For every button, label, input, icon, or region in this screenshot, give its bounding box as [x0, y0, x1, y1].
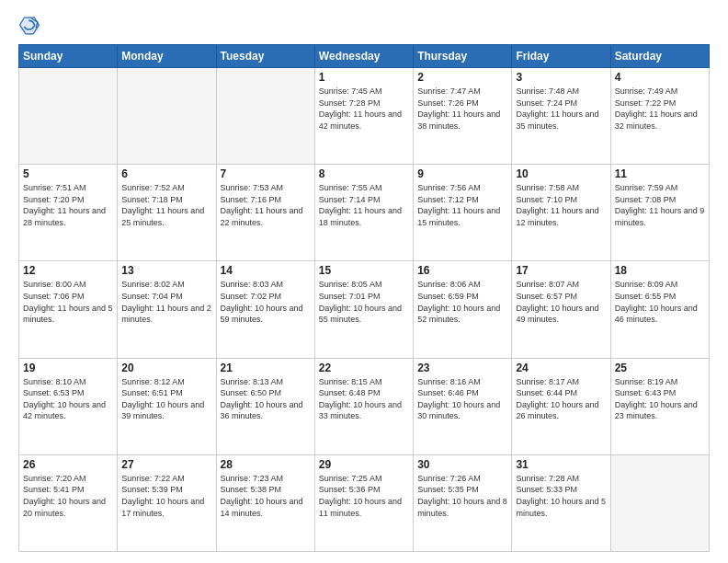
weekday-row: SundayMondayTuesdayWednesdayThursdayFrid…: [19, 45, 710, 68]
calendar-cell: 28Sunrise: 7:23 AM Sunset: 5:38 PM Dayli…: [216, 454, 314, 551]
day-number: 21: [221, 362, 311, 374]
weekday-header: Tuesday: [216, 45, 314, 68]
day-info: Sunrise: 8:19 AM Sunset: 6:43 PM Dayligh…: [615, 376, 705, 422]
calendar-cell: 12Sunrise: 8:00 AM Sunset: 7:06 PM Dayli…: [19, 261, 118, 358]
day-info: Sunrise: 8:03 AM Sunset: 7:02 PM Dayligh…: [221, 279, 311, 325]
day-info: Sunrise: 7:47 AM Sunset: 7:26 PM Dayligh…: [417, 86, 507, 132]
day-number: 16: [417, 264, 507, 277]
page: SundayMondayTuesdayWednesdayThursdayFrid…: [0, 0, 728, 563]
day-number: 22: [319, 362, 409, 374]
calendar-cell: [610, 454, 709, 551]
day-info: Sunrise: 7:51 AM Sunset: 7:20 PM Dayligh…: [23, 182, 113, 228]
day-info: Sunrise: 7:48 AM Sunset: 7:24 PM Dayligh…: [516, 86, 606, 132]
calendar-week-row: 1Sunrise: 7:45 AM Sunset: 7:28 PM Daylig…: [19, 68, 710, 165]
day-number: 24: [516, 362, 606, 374]
day-info: Sunrise: 8:12 AM Sunset: 6:51 PM Dayligh…: [121, 376, 211, 422]
day-info: Sunrise: 7:49 AM Sunset: 7:22 PM Dayligh…: [615, 86, 705, 132]
day-number: 31: [516, 458, 606, 471]
calendar-cell: 19Sunrise: 8:10 AM Sunset: 6:53 PM Dayli…: [19, 358, 118, 454]
day-number: 4: [615, 71, 705, 84]
calendar-cell: 20Sunrise: 8:12 AM Sunset: 6:51 PM Dayli…: [118, 358, 216, 454]
day-info: Sunrise: 8:17 AM Sunset: 6:44 PM Dayligh…: [516, 376, 606, 422]
day-number: 1: [319, 71, 409, 84]
calendar-cell: 27Sunrise: 7:22 AM Sunset: 5:39 PM Dayli…: [118, 454, 216, 551]
calendar-cell: 2Sunrise: 7:47 AM Sunset: 7:26 PM Daylig…: [414, 68, 512, 165]
day-info: Sunrise: 7:52 AM Sunset: 7:18 PM Dayligh…: [121, 182, 211, 228]
day-number: 7: [221, 167, 311, 180]
day-number: 20: [121, 362, 211, 374]
day-info: Sunrise: 7:22 AM Sunset: 5:39 PM Dayligh…: [121, 473, 211, 519]
day-info: Sunrise: 7:23 AM Sunset: 5:38 PM Dayligh…: [221, 473, 311, 519]
calendar-week-row: 26Sunrise: 7:20 AM Sunset: 5:41 PM Dayli…: [19, 454, 710, 551]
day-info: Sunrise: 8:15 AM Sunset: 6:48 PM Dayligh…: [319, 376, 409, 422]
day-number: 10: [516, 167, 606, 180]
day-number: 25: [615, 362, 705, 374]
weekday-header: Saturday: [610, 45, 709, 68]
day-info: Sunrise: 8:07 AM Sunset: 6:57 PM Dayligh…: [516, 279, 606, 325]
calendar-cell: 16Sunrise: 8:06 AM Sunset: 6:59 PM Dayli…: [414, 261, 512, 358]
calendar-body: 1Sunrise: 7:45 AM Sunset: 7:28 PM Daylig…: [19, 68, 710, 552]
day-info: Sunrise: 8:16 AM Sunset: 6:46 PM Dayligh…: [417, 376, 507, 422]
day-number: 19: [23, 362, 113, 374]
calendar-cell: 26Sunrise: 7:20 AM Sunset: 5:41 PM Dayli…: [19, 454, 118, 551]
header: [18, 15, 710, 37]
day-number: 14: [221, 264, 311, 277]
calendar-cell: 5Sunrise: 7:51 AM Sunset: 7:20 PM Daylig…: [19, 165, 118, 261]
calendar-cell: 24Sunrise: 8:17 AM Sunset: 6:44 PM Dayli…: [512, 358, 610, 454]
day-number: 13: [121, 264, 211, 277]
weekday-header: Wednesday: [314, 45, 413, 68]
day-number: 26: [23, 458, 113, 471]
day-info: Sunrise: 7:59 AM Sunset: 7:08 PM Dayligh…: [615, 182, 705, 228]
calendar-cell: [19, 68, 118, 165]
day-info: Sunrise: 8:10 AM Sunset: 6:53 PM Dayligh…: [23, 376, 113, 422]
day-number: 12: [23, 264, 113, 277]
day-number: 28: [221, 458, 311, 471]
day-number: 17: [516, 264, 606, 277]
day-number: 2: [417, 71, 507, 84]
calendar-cell: 13Sunrise: 8:02 AM Sunset: 7:04 PM Dayli…: [118, 261, 216, 358]
logo-icon: [18, 15, 40, 37]
day-info: Sunrise: 7:26 AM Sunset: 5:35 PM Dayligh…: [417, 473, 507, 519]
day-number: 18: [615, 264, 705, 277]
day-info: Sunrise: 8:02 AM Sunset: 7:04 PM Dayligh…: [121, 279, 211, 325]
day-number: 29: [319, 458, 409, 471]
calendar-cell: 21Sunrise: 8:13 AM Sunset: 6:50 PM Dayli…: [216, 358, 314, 454]
calendar-cell: 15Sunrise: 8:05 AM Sunset: 7:01 PM Dayli…: [314, 261, 413, 358]
day-info: Sunrise: 7:53 AM Sunset: 7:16 PM Dayligh…: [221, 182, 311, 228]
calendar-cell: 23Sunrise: 8:16 AM Sunset: 6:46 PM Dayli…: [414, 358, 512, 454]
calendar-cell: 8Sunrise: 7:55 AM Sunset: 7:14 PM Daylig…: [314, 165, 413, 261]
day-number: 23: [417, 362, 507, 374]
calendar-cell: 4Sunrise: 7:49 AM Sunset: 7:22 PM Daylig…: [610, 68, 709, 165]
day-info: Sunrise: 8:06 AM Sunset: 6:59 PM Dayligh…: [417, 279, 507, 325]
day-info: Sunrise: 7:25 AM Sunset: 5:36 PM Dayligh…: [319, 473, 409, 519]
day-number: 30: [417, 458, 507, 471]
day-number: 9: [417, 167, 507, 180]
calendar-cell: 29Sunrise: 7:25 AM Sunset: 5:36 PM Dayli…: [314, 454, 413, 551]
day-info: Sunrise: 7:55 AM Sunset: 7:14 PM Dayligh…: [319, 182, 409, 228]
day-number: 3: [516, 71, 606, 84]
day-info: Sunrise: 8:05 AM Sunset: 7:01 PM Dayligh…: [319, 279, 409, 325]
calendar-cell: 9Sunrise: 7:56 AM Sunset: 7:12 PM Daylig…: [414, 165, 512, 261]
day-info: Sunrise: 7:56 AM Sunset: 7:12 PM Dayligh…: [417, 182, 507, 228]
calendar-cell: [216, 68, 314, 165]
day-number: 11: [615, 167, 705, 180]
logo: [18, 15, 44, 37]
calendar-cell: 1Sunrise: 7:45 AM Sunset: 7:28 PM Daylig…: [314, 68, 413, 165]
day-number: 15: [319, 264, 409, 277]
weekday-header: Thursday: [414, 45, 512, 68]
calendar-week-row: 5Sunrise: 7:51 AM Sunset: 7:20 PM Daylig…: [19, 165, 710, 261]
calendar-cell: 17Sunrise: 8:07 AM Sunset: 6:57 PM Dayli…: [512, 261, 610, 358]
calendar-cell: 6Sunrise: 7:52 AM Sunset: 7:18 PM Daylig…: [118, 165, 216, 261]
calendar-cell: [118, 68, 216, 165]
calendar-week-row: 19Sunrise: 8:10 AM Sunset: 6:53 PM Dayli…: [19, 358, 710, 454]
weekday-header: Monday: [118, 45, 216, 68]
day-number: 5: [23, 167, 113, 180]
calendar-cell: 22Sunrise: 8:15 AM Sunset: 6:48 PM Dayli…: [314, 358, 413, 454]
calendar-week-row: 12Sunrise: 8:00 AM Sunset: 7:06 PM Dayli…: [19, 261, 710, 358]
day-info: Sunrise: 7:58 AM Sunset: 7:10 PM Dayligh…: [516, 182, 606, 228]
day-info: Sunrise: 7:28 AM Sunset: 5:33 PM Dayligh…: [516, 473, 606, 519]
calendar-header: SundayMondayTuesdayWednesdayThursdayFrid…: [19, 45, 710, 68]
calendar-cell: 25Sunrise: 8:19 AM Sunset: 6:43 PM Dayli…: [610, 358, 709, 454]
calendar-cell: 30Sunrise: 7:26 AM Sunset: 5:35 PM Dayli…: [414, 454, 512, 551]
day-info: Sunrise: 8:13 AM Sunset: 6:50 PM Dayligh…: [221, 376, 311, 422]
